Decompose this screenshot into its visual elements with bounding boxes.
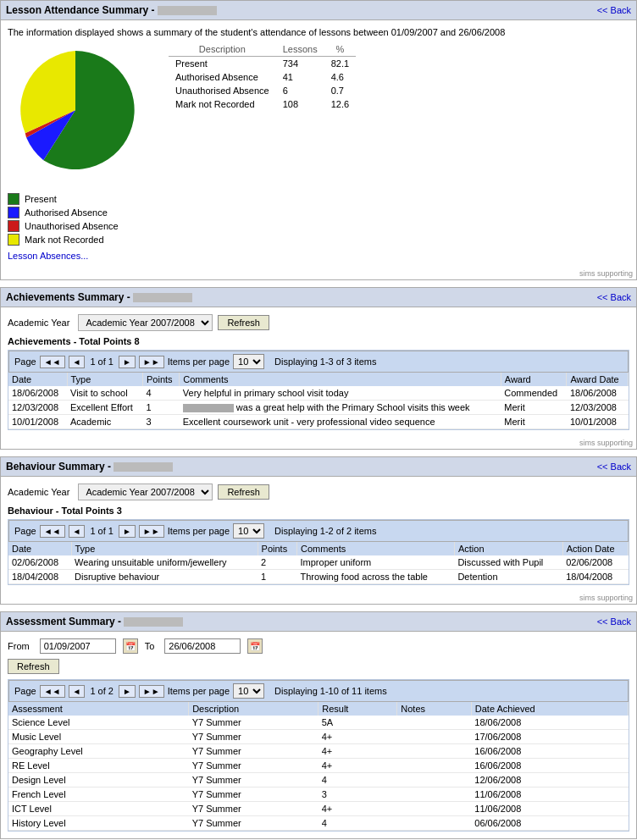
col-type: Type [71, 542, 258, 555]
table-row: 18/06/2008 Visit to school 4 Very helpfu… [8, 386, 629, 401]
col-points: Points [258, 542, 296, 555]
behaviour-items-per-page-select[interactable]: 10 [233, 523, 264, 539]
achievements-pagination: Page ◄◄ ◄ 1 of 1 ► ►► Items per page 10 … [8, 351, 629, 373]
col-action: Action [454, 542, 562, 555]
behaviour-section: Behaviour Summary - << Back Academic Yea… [0, 456, 637, 605]
behaviour-header: Behaviour Summary - << Back [1, 457, 636, 477]
achievements-back-link[interactable]: << Back [597, 292, 631, 302]
assessment-back-link[interactable]: << Back [597, 616, 631, 627]
table-row: 10/01/2008 Academic 3 Excellent coursewo… [8, 415, 629, 429]
first-page-btn[interactable]: ◄◄ [40, 685, 65, 698]
table-row: History Level Y7 Summer 4 06/06/2008 [8, 816, 629, 831]
last-page-btn[interactable]: ►► [139, 356, 164, 368]
behaviour-display-info: Displaying 1-2 of 2 items [274, 526, 376, 536]
behaviour-pagination: Page ◄◄ ◄ 1 of 1 ► ►► Items per page 10 … [8, 520, 629, 542]
legend-auth-absence: Authorised Absence [8, 207, 629, 218]
col-type: Type [67, 373, 142, 386]
behaviour-refresh-button[interactable]: Refresh [218, 484, 269, 500]
attendance-legend: Present Authorised Absence Unauthorised … [8, 193, 629, 246]
prev-page-btn[interactable]: ◄ [69, 356, 86, 368]
assessment-body: From 📅 To 📅 Refresh Page ◄◄ ◄ 1 of 2 ► ►… [1, 632, 636, 838]
assessment-refresh-row: Refresh [8, 659, 629, 674]
from-label: From [8, 641, 30, 651]
assessment-refresh-button[interactable]: Refresh [8, 659, 59, 674]
sims-logo-behaviour: sims supporting [1, 592, 636, 604]
assessment-header: Assessment Summary - << Back [1, 612, 636, 632]
achievements-name-redacted [133, 293, 192, 302]
achievements-display-info: Displaying 1-3 of 3 items [274, 356, 376, 367]
achievements-year-select[interactable]: Academic Year 2007/2008 [78, 314, 213, 331]
col-comments: Comments [297, 542, 455, 555]
attendance-stats-table: Description Lessons % Present 734 82.1 A… [169, 42, 356, 111]
table-row: ICT Level Y7 Summer 4+ 11/06/2008 [8, 802, 629, 816]
legend-unauth-absence: Unauthorised Absence [8, 220, 629, 232]
table-row: Unauthorised Absence 6 0.7 [169, 84, 356, 97]
achievements-title: Achievements Summary - [6, 291, 192, 303]
col-comments: Comments [180, 373, 501, 386]
lesson-absences-link[interactable]: Lesson Absences... [8, 251, 629, 261]
assessment-name-redacted [124, 617, 183, 627]
last-page-btn[interactable]: ►► [139, 685, 164, 698]
table-row: Geography Level Y7 Summer 4+ 16/06/2008 [8, 744, 629, 759]
col-award: Award [501, 373, 567, 386]
col-description: Description [169, 42, 276, 57]
lesson-attendance-back-link[interactable]: << Back [597, 5, 631, 15]
achievements-items-per-page-select[interactable]: 10 [233, 354, 264, 369]
next-page-btn[interactable]: ► [119, 685, 136, 698]
behaviour-control-row: Academic Year Academic Year 2007/2008 Re… [8, 484, 629, 500]
prev-page-btn[interactable]: ◄ [69, 525, 86, 538]
achievements-table: Date Type Points Comments Award Award Da… [8, 373, 629, 429]
behaviour-year-label: Academic Year [8, 487, 69, 497]
page-label: Page [14, 526, 36, 536]
items-per-page-label: Items per page [168, 526, 230, 536]
legend-color-unauth [8, 220, 19, 232]
table-row: Science Level Y7 Summer 5A 18/06/2008 [8, 716, 629, 730]
achievements-header: Achievements Summary - << Back [1, 288, 636, 307]
next-page-btn[interactable]: ► [119, 525, 136, 538]
lesson-attendance-info: The information displayed shows a summar… [8, 27, 629, 37]
sims-logo-attendance: sims supporting [1, 268, 636, 279]
legend-color-not-recorded [8, 234, 19, 246]
col-points: Points [142, 373, 179, 386]
assessment-display-info: Displaying 1-10 of 11 items [274, 686, 387, 696]
assessment-items-per-page-select[interactable]: 10 [233, 683, 264, 699]
col-percent: % [324, 42, 356, 57]
first-page-btn[interactable]: ◄◄ [40, 525, 65, 538]
table-row: Authorised Absence 41 4.6 [169, 70, 356, 84]
lesson-attendance-section: Lesson Attendance Summary - << Back The … [0, 0, 637, 280]
from-calendar-icon[interactable]: 📅 [123, 638, 138, 654]
behaviour-back-link[interactable]: << Back [597, 461, 631, 472]
table-row: French Level Y7 Summer 3 11/06/2008 [8, 788, 629, 802]
col-date: Date [8, 373, 67, 386]
items-per-page-label: Items per page [168, 356, 230, 367]
prev-page-btn[interactable]: ◄ [69, 685, 86, 698]
last-page-btn[interactable]: ►► [139, 525, 164, 538]
from-date-input[interactable] [40, 638, 116, 654]
lesson-attendance-body: The information displayed shows a summar… [1, 20, 636, 268]
to-calendar-icon[interactable]: 📅 [247, 638, 263, 654]
lesson-attendance-title-text: Lesson Attendance Summary [6, 4, 148, 16]
assessment-section: Assessment Summary - << Back From 📅 To 📅… [0, 611, 637, 839]
sims-logo-achievements: sims supporting [1, 437, 636, 449]
page-label: Page [14, 356, 36, 367]
to-date-input[interactable] [164, 638, 241, 654]
next-page-btn[interactable]: ► [119, 356, 136, 368]
table-row: 02/06/2008 Wearing unsuitable uniform/je… [8, 555, 629, 570]
col-notes: Notes [397, 702, 471, 716]
assessment-table: Assessment Description Result Notes Date… [8, 702, 629, 831]
pie-area: Description Lessons % Present 734 82.1 A… [8, 42, 629, 186]
table-row: RE Level Y7 Summer 4+ 16/06/2008 [8, 759, 629, 773]
behaviour-year-select[interactable]: Academic Year 2007/2008 [78, 484, 213, 500]
col-date-achieved: Date Achieved [471, 702, 628, 716]
achievements-body: Academic Year Academic Year 2007/2008 Re… [1, 307, 636, 437]
student-name-redacted [158, 6, 217, 15]
page-current: 1 of 1 [90, 526, 114, 536]
achievements-refresh-button[interactable]: Refresh [218, 315, 269, 330]
table-row: Present 734 82.1 [169, 57, 356, 71]
assessment-pagination: Page ◄◄ ◄ 1 of 2 ► ►► Items per page 10 … [8, 680, 629, 702]
first-page-btn[interactable]: ◄◄ [40, 356, 65, 368]
table-row: 18/04/2008 Disruptive behaviour 1 Throwi… [8, 570, 629, 584]
page-current: 1 of 2 [90, 686, 114, 696]
name-redacted [183, 404, 234, 412]
achievements-table-container: Page ◄◄ ◄ 1 of 1 ► ►► Items per page 10 … [8, 350, 629, 430]
